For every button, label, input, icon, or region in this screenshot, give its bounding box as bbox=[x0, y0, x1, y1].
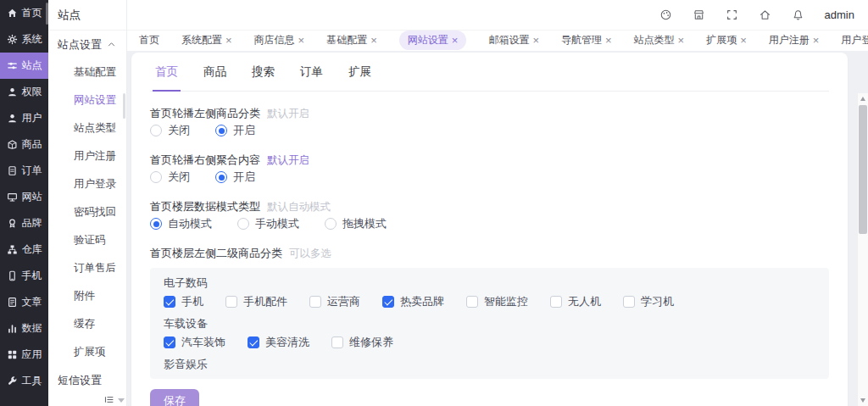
settings-tab-订单[interactable]: 订单 bbox=[298, 64, 326, 91]
open-tab-导航管理[interactable]: 导航管理× bbox=[561, 33, 612, 47]
radio-unchecked[interactable] bbox=[325, 218, 337, 230]
submenu-item-密码找回[interactable]: 密码找回 bbox=[48, 198, 126, 226]
checkbox-option-美容清洗[interactable]: 美容清洗 bbox=[248, 335, 309, 350]
settings-tab-首页[interactable]: 首页 bbox=[153, 64, 181, 92]
checkbox-option-手机配件[interactable]: 手机配件 bbox=[225, 294, 287, 309]
close-tab-icon[interactable]: × bbox=[370, 35, 377, 46]
close-tab-icon[interactable]: × bbox=[678, 35, 685, 46]
open-tab-邮箱设置[interactable]: 邮箱设置× bbox=[488, 33, 539, 47]
checkbox-unchecked[interactable] bbox=[225, 296, 237, 308]
submenu-item-验证码[interactable]: 验证码 bbox=[48, 226, 126, 254]
checkbox-unchecked[interactable] bbox=[309, 296, 321, 308]
open-tab-基础配置[interactable]: 基础配置× bbox=[326, 33, 377, 47]
checkbox-unchecked[interactable] bbox=[466, 296, 478, 308]
open-tab-扩展项[interactable]: 扩展项× bbox=[706, 33, 747, 47]
close-tab-icon[interactable]: × bbox=[813, 35, 820, 46]
radio-option-关闭[interactable]: 关闭 bbox=[150, 123, 190, 138]
radio-checked[interactable] bbox=[215, 171, 227, 183]
sidebar-item-手机[interactable]: 手机 bbox=[0, 263, 48, 289]
radio-option-关闭[interactable]: 关闭 bbox=[150, 170, 190, 185]
submenu-item-扩展项[interactable]: 扩展项 bbox=[48, 338, 126, 366]
open-tab-用户注册[interactable]: 用户注册× bbox=[769, 33, 820, 47]
close-tab-icon[interactable]: × bbox=[225, 35, 232, 46]
submenu-group-短信设置[interactable]: 短信设置 bbox=[48, 366, 126, 394]
checkbox-option-智能监控[interactable]: 智能监控 bbox=[466, 294, 528, 309]
checkbox-option-无人机[interactable]: 无人机 bbox=[550, 294, 601, 309]
sidebar-item-网站[interactable]: 网站 bbox=[0, 184, 48, 210]
sidebar-item-权限[interactable]: 权限 bbox=[0, 79, 48, 105]
radio-option-自动模式[interactable]: 自动模式 bbox=[150, 216, 212, 231]
checkbox-option-运营商[interactable]: 运营商 bbox=[309, 294, 360, 309]
submenu-item-附件[interactable]: 附件 bbox=[48, 282, 126, 310]
sidebar-item-系统[interactable]: 系统 bbox=[0, 26, 48, 53]
submenu-item-网站设置[interactable]: 网站设置 bbox=[48, 86, 126, 114]
radio-option-开启[interactable]: 开启 bbox=[215, 170, 255, 185]
radio-option-拖拽模式[interactable]: 拖拽模式 bbox=[325, 216, 387, 231]
checkbox-unchecked[interactable] bbox=[331, 336, 343, 348]
menu-fold-icon[interactable] bbox=[103, 394, 114, 406]
sidebar-item-数据[interactable]: 数据 bbox=[0, 315, 48, 342]
radio-option-开启[interactable]: 开启 bbox=[215, 123, 255, 138]
home-outline-icon[interactable] bbox=[759, 8, 771, 21]
checkbox-option-学习机[interactable]: 学习机 bbox=[623, 294, 674, 309]
submenu-item-订单售后[interactable]: 订单售后 bbox=[48, 254, 126, 282]
open-tab-站点类型[interactable]: 站点类型× bbox=[634, 33, 685, 47]
checkbox-checked[interactable] bbox=[382, 296, 394, 308]
submenu-item-基础配置[interactable]: 基础配置 bbox=[48, 58, 126, 86]
scrollbar-thumb[interactable] bbox=[859, 105, 867, 234]
close-tab-icon[interactable]: × bbox=[452, 35, 459, 46]
open-tab-首页[interactable]: 首页 bbox=[139, 33, 159, 47]
submenu-group-站点设置[interactable]: 站点设置 bbox=[48, 31, 126, 58]
submenu-item-用户登录[interactable]: 用户登录 bbox=[48, 170, 126, 198]
checkbox-option-维修保养[interactable]: 维修保养 bbox=[331, 335, 393, 350]
submenu-scroll-down-arrow[interactable] bbox=[118, 398, 125, 403]
bell-icon[interactable] bbox=[792, 8, 804, 21]
submenu-item-站点类型[interactable]: 站点类型 bbox=[48, 114, 126, 142]
checkbox-option-热卖品牌[interactable]: 热卖品牌 bbox=[382, 294, 444, 309]
sidebar-item-站点[interactable]: 站点 bbox=[0, 53, 48, 79]
checkbox-unchecked[interactable] bbox=[623, 296, 635, 308]
sidebar-item-商品[interactable]: 商品 bbox=[0, 131, 48, 158]
radio-checked[interactable] bbox=[215, 125, 227, 136]
content-scrollbar[interactable] bbox=[857, 93, 868, 406]
sidebar-item-文章[interactable]: 文章 bbox=[0, 289, 48, 315]
sidebar-item-应用[interactable]: 应用 bbox=[0, 342, 48, 368]
radio-unchecked[interactable] bbox=[150, 171, 162, 183]
save-button[interactable]: 保存 bbox=[150, 389, 199, 406]
open-tab-网站设置[interactable]: 网站设置× bbox=[399, 31, 467, 50]
settings-tab-搜索[interactable]: 搜索 bbox=[249, 64, 277, 91]
sidebar-item-工具[interactable]: 工具 bbox=[0, 368, 48, 394]
close-tab-icon[interactable]: × bbox=[605, 35, 612, 46]
settings-tab-扩展[interactable]: 扩展 bbox=[346, 64, 374, 91]
submenu-item-用户注册[interactable]: 用户注册 bbox=[48, 142, 126, 170]
sidebar-item-订单[interactable]: 订单 bbox=[0, 158, 48, 184]
open-tab-商店信息[interactable]: 商店信息× bbox=[254, 33, 305, 47]
settings-tab-商品[interactable]: 商品 bbox=[201, 64, 229, 91]
open-tab-用户登录[interactable]: 用户登录× bbox=[841, 33, 868, 47]
scroll-up-arrow[interactable] bbox=[860, 97, 865, 101]
close-tab-icon[interactable]: × bbox=[532, 35, 539, 46]
admin-user-menu[interactable]: admin bbox=[825, 8, 854, 21]
radio-checked[interactable] bbox=[150, 218, 162, 230]
shop-icon[interactable] bbox=[693, 8, 705, 21]
sidebar-item-用户[interactable]: 用户 bbox=[0, 105, 48, 131]
radio-unchecked[interactable] bbox=[150, 125, 162, 136]
radio-unchecked[interactable] bbox=[237, 218, 249, 230]
sidebar-item-仓库[interactable]: 仓库 bbox=[0, 236, 48, 263]
sidebar-item-品牌[interactable]: 品牌 bbox=[0, 210, 48, 236]
submenu-scrollbar[interactable] bbox=[123, 93, 125, 119]
checkbox-option-手机[interactable]: 手机 bbox=[164, 294, 203, 309]
palette-icon[interactable] bbox=[659, 8, 672, 21]
scroll-down-arrow[interactable] bbox=[860, 398, 865, 403]
radio-option-手动模式[interactable]: 手动模式 bbox=[237, 216, 299, 231]
sidebar-item-首页[interactable]: 首页 bbox=[0, 0, 48, 26]
open-tab-系统配置[interactable]: 系统配置× bbox=[181, 33, 232, 47]
checkbox-option-汽车装饰[interactable]: 汽车装饰 bbox=[164, 335, 225, 350]
close-tab-icon[interactable]: × bbox=[298, 35, 305, 46]
fullscreen-icon[interactable] bbox=[726, 8, 738, 21]
submenu-item-缓存[interactable]: 缓存 bbox=[48, 310, 126, 338]
checkbox-checked[interactable] bbox=[164, 296, 175, 308]
checkbox-unchecked[interactable] bbox=[550, 296, 562, 308]
checkbox-checked[interactable] bbox=[164, 336, 175, 348]
close-tab-icon[interactable]: × bbox=[740, 35, 747, 46]
